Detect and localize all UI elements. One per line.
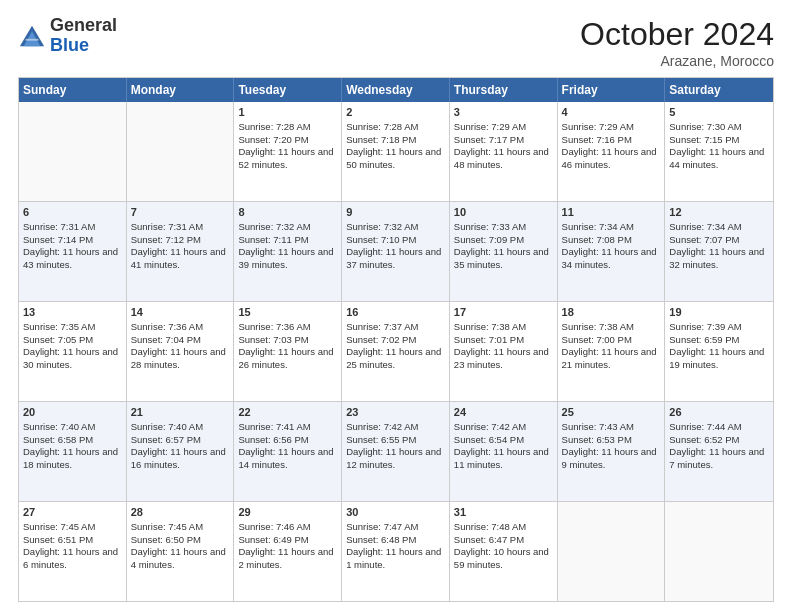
day-number: 8 [238,205,337,220]
sunset-text: Sunset: 6:47 PM [454,534,553,547]
sunset-text: Sunset: 6:49 PM [238,534,337,547]
day-cell-20: 20Sunrise: 7:40 AMSunset: 6:58 PMDayligh… [19,402,127,501]
day-number: 10 [454,205,553,220]
sunrise-text: Sunrise: 7:40 AM [23,421,122,434]
logo-general-text: General [50,15,117,35]
sunrise-text: Sunrise: 7:38 AM [562,321,661,334]
daylight-text: Daylight: 11 hours and 14 minutes. [238,446,337,472]
day-number: 3 [454,105,553,120]
day-cell-24: 24Sunrise: 7:42 AMSunset: 6:54 PMDayligh… [450,402,558,501]
header-day-thursday: Thursday [450,78,558,102]
calendar: SundayMondayTuesdayWednesdayThursdayFrid… [18,77,774,602]
sunset-text: Sunset: 6:50 PM [131,534,230,547]
day-number: 19 [669,305,769,320]
sunrise-text: Sunrise: 7:46 AM [238,521,337,534]
daylight-text: Daylight: 11 hours and 28 minutes. [131,346,230,372]
sunrise-text: Sunrise: 7:32 AM [238,221,337,234]
day-cell-15: 15Sunrise: 7:36 AMSunset: 7:03 PMDayligh… [234,302,342,401]
sunset-text: Sunset: 7:15 PM [669,134,769,147]
daylight-text: Daylight: 11 hours and 7 minutes. [669,446,769,472]
daylight-text: Daylight: 11 hours and 1 minute. [346,546,445,572]
daylight-text: Daylight: 11 hours and 25 minutes. [346,346,445,372]
sunrise-text: Sunrise: 7:44 AM [669,421,769,434]
empty-cell [19,102,127,201]
daylight-text: Daylight: 11 hours and 37 minutes. [346,246,445,272]
sunrise-text: Sunrise: 7:36 AM [238,321,337,334]
sunset-text: Sunset: 7:01 PM [454,334,553,347]
location: Arazane, Morocco [580,53,774,69]
day-number: 12 [669,205,769,220]
calendar-body: 1Sunrise: 7:28 AMSunset: 7:20 PMDaylight… [19,102,773,601]
daylight-text: Daylight: 11 hours and 48 minutes. [454,146,553,172]
day-number: 18 [562,305,661,320]
sunrise-text: Sunrise: 7:37 AM [346,321,445,334]
sunset-text: Sunset: 7:08 PM [562,234,661,247]
day-cell-3: 3Sunrise: 7:29 AMSunset: 7:17 PMDaylight… [450,102,558,201]
day-number: 23 [346,405,445,420]
sunset-text: Sunset: 7:07 PM [669,234,769,247]
daylight-text: Daylight: 11 hours and 52 minutes. [238,146,337,172]
empty-cell [127,102,235,201]
day-number: 21 [131,405,230,420]
sunset-text: Sunset: 7:14 PM [23,234,122,247]
daylight-text: Daylight: 11 hours and 2 minutes. [238,546,337,572]
day-cell-8: 8Sunrise: 7:32 AMSunset: 7:11 PMDaylight… [234,202,342,301]
day-number: 22 [238,405,337,420]
sunset-text: Sunset: 7:10 PM [346,234,445,247]
sunset-text: Sunset: 6:55 PM [346,434,445,447]
sunset-text: Sunset: 7:05 PM [23,334,122,347]
daylight-text: Daylight: 11 hours and 39 minutes. [238,246,337,272]
sunrise-text: Sunrise: 7:29 AM [454,121,553,134]
day-cell-26: 26Sunrise: 7:44 AMSunset: 6:52 PMDayligh… [665,402,773,501]
sunset-text: Sunset: 7:04 PM [131,334,230,347]
daylight-text: Daylight: 11 hours and 32 minutes. [669,246,769,272]
daylight-text: Daylight: 11 hours and 50 minutes. [346,146,445,172]
day-cell-4: 4Sunrise: 7:29 AMSunset: 7:16 PMDaylight… [558,102,666,201]
daylight-text: Daylight: 11 hours and 30 minutes. [23,346,122,372]
sunrise-text: Sunrise: 7:42 AM [346,421,445,434]
day-cell-7: 7Sunrise: 7:31 AMSunset: 7:12 PMDaylight… [127,202,235,301]
daylight-text: Daylight: 11 hours and 21 minutes. [562,346,661,372]
sunrise-text: Sunrise: 7:32 AM [346,221,445,234]
sunset-text: Sunset: 7:18 PM [346,134,445,147]
day-cell-10: 10Sunrise: 7:33 AMSunset: 7:09 PMDayligh… [450,202,558,301]
page: General Blue October 2024 Arazane, Moroc… [0,0,792,612]
calendar-row-1: 6Sunrise: 7:31 AMSunset: 7:14 PMDaylight… [19,202,773,302]
daylight-text: Daylight: 11 hours and 9 minutes. [562,446,661,472]
day-number: 29 [238,505,337,520]
day-cell-2: 2Sunrise: 7:28 AMSunset: 7:18 PMDaylight… [342,102,450,201]
empty-cell [665,502,773,601]
sunset-text: Sunset: 6:56 PM [238,434,337,447]
sunset-text: Sunset: 6:52 PM [669,434,769,447]
logo-icon [18,22,46,50]
day-number: 4 [562,105,661,120]
sunrise-text: Sunrise: 7:31 AM [131,221,230,234]
sunset-text: Sunset: 7:12 PM [131,234,230,247]
day-number: 9 [346,205,445,220]
day-number: 20 [23,405,122,420]
day-cell-11: 11Sunrise: 7:34 AMSunset: 7:08 PMDayligh… [558,202,666,301]
logo: General Blue [18,16,117,56]
sunrise-text: Sunrise: 7:30 AM [669,121,769,134]
day-cell-25: 25Sunrise: 7:43 AMSunset: 6:53 PMDayligh… [558,402,666,501]
day-cell-6: 6Sunrise: 7:31 AMSunset: 7:14 PMDaylight… [19,202,127,301]
daylight-text: Daylight: 11 hours and 11 minutes. [454,446,553,472]
svg-rect-2 [25,39,38,41]
day-number: 11 [562,205,661,220]
day-number: 13 [23,305,122,320]
sunset-text: Sunset: 7:00 PM [562,334,661,347]
daylight-text: Daylight: 11 hours and 23 minutes. [454,346,553,372]
header-day-wednesday: Wednesday [342,78,450,102]
day-number: 14 [131,305,230,320]
sunrise-text: Sunrise: 7:47 AM [346,521,445,534]
day-cell-18: 18Sunrise: 7:38 AMSunset: 7:00 PMDayligh… [558,302,666,401]
header-day-sunday: Sunday [19,78,127,102]
day-cell-17: 17Sunrise: 7:38 AMSunset: 7:01 PMDayligh… [450,302,558,401]
day-number: 6 [23,205,122,220]
day-cell-28: 28Sunrise: 7:45 AMSunset: 6:50 PMDayligh… [127,502,235,601]
sunrise-text: Sunrise: 7:48 AM [454,521,553,534]
month-title: October 2024 [580,16,774,53]
sunrise-text: Sunrise: 7:28 AM [238,121,337,134]
sunset-text: Sunset: 6:53 PM [562,434,661,447]
daylight-text: Daylight: 11 hours and 35 minutes. [454,246,553,272]
